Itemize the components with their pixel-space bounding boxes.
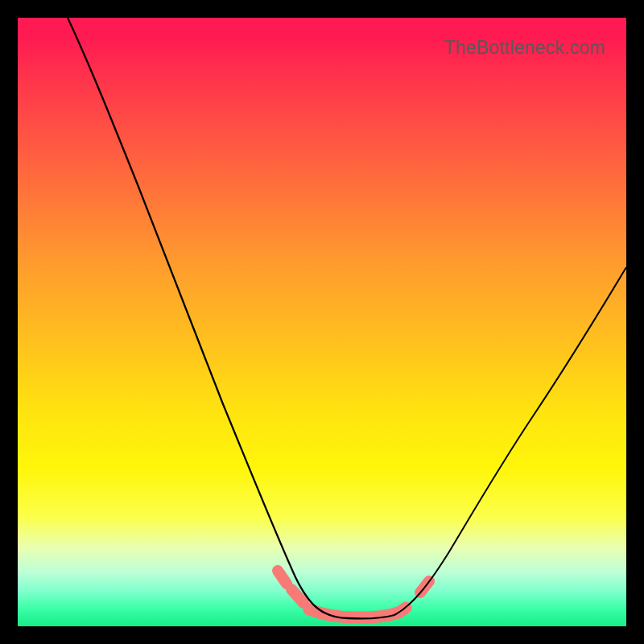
highlight-band [278, 571, 429, 617]
plot-area: TheBottleneck.com [18, 18, 626, 626]
left-dash-2 [291, 589, 303, 603]
bottleneck-curve [18, 18, 626, 626]
curve-right-branch [394, 267, 626, 615]
chart-frame: TheBottleneck.com [0, 0, 644, 644]
left-dash-1 [278, 571, 287, 584]
curve-left-branch [68, 18, 348, 618]
